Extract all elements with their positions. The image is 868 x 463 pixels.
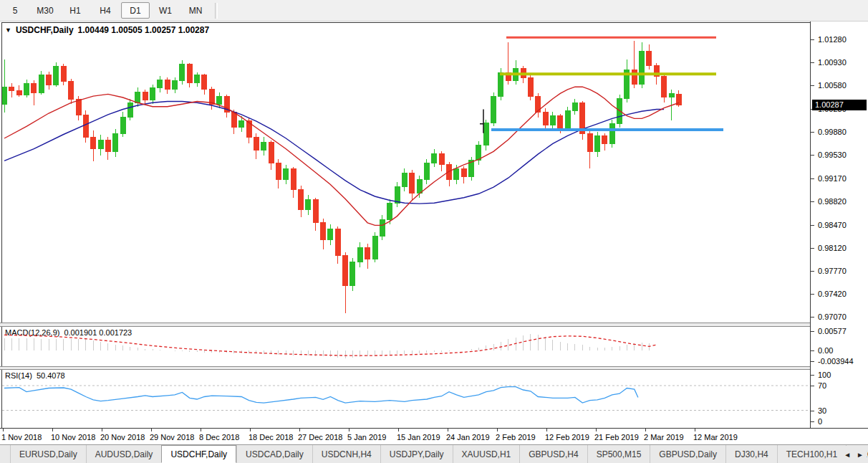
- macd-tick-label: -0.003944: [818, 357, 854, 366]
- date-label: 12 Feb 2019: [545, 433, 589, 441]
- date-label: 24 Jan 2019: [446, 433, 490, 441]
- date-tick: [250, 429, 251, 431]
- chart-tab-usdcnh[interactable]: USDCNH,H4: [312, 445, 380, 463]
- price-tick-label: 0.99530: [818, 151, 847, 159]
- current-price-tag: 1.00287: [812, 100, 867, 110]
- tab-scroll-left-icon[interactable]: ◄: [844, 451, 851, 459]
- date-tick: [299, 429, 300, 431]
- date-tick: [3, 429, 4, 431]
- rsi-tick-label: 30: [818, 406, 826, 415]
- axis-tick: [811, 421, 814, 422]
- date-tick: [596, 429, 597, 431]
- axis-tick: [811, 155, 814, 156]
- splitter-main-macd[interactable]: [0, 323, 868, 327]
- chart-tab-usdcad[interactable]: USDCAD,Daily: [236, 445, 312, 463]
- chart-tab-usdjpy[interactable]: USDJPY,Daily: [380, 445, 453, 463]
- price-tick-label: 0.98120: [818, 244, 847, 252]
- price-tick-label: 0.97070: [818, 312, 847, 321]
- chart-tab-gbpusd[interactable]: GBPUSD,Daily: [650, 445, 725, 463]
- date-label: 20 Nov 2018: [100, 433, 145, 441]
- axis-tick: [811, 317, 814, 318]
- axis-tick: [811, 85, 814, 86]
- date-label: 27 Dec 2018: [298, 433, 342, 441]
- rsi-gridlines: [2, 386, 809, 411]
- chart-tab-tech100[interactable]: TECH100,H1: [777, 445, 846, 463]
- axis-tick: [811, 62, 814, 63]
- macd-tick-label: 0.00577: [818, 327, 847, 335]
- chart-tab-sp500[interactable]: SP500,M15: [587, 445, 650, 463]
- date-label: 18 Dec 2018: [249, 433, 293, 441]
- date-tick: [645, 429, 646, 431]
- axis-tick: [811, 178, 814, 179]
- date-tick: [497, 429, 498, 431]
- tab-scroll-right-icon[interactable]: ►: [857, 451, 864, 459]
- date-tick: [448, 429, 448, 431]
- chart-tab-dj30[interactable]: DJ30,H4: [725, 445, 777, 463]
- rsi-tick-label: 0: [818, 417, 822, 426]
- date-tick: [349, 429, 349, 431]
- price-tick-label: 0.98820: [818, 197, 847, 206]
- date-tick: [151, 429, 152, 431]
- price-tick-label: 0.98470: [818, 221, 847, 229]
- axis-tick: [811, 411, 814, 411]
- rsi-line: [4, 387, 638, 403]
- chart-tab-xauusd[interactable]: XAUUSD,H1: [453, 445, 520, 463]
- date-tick: [52, 429, 53, 431]
- axis-tick: [811, 225, 814, 226]
- date-label: 2 Mar 2019: [644, 433, 684, 441]
- date-label: 2 Feb 2019: [496, 433, 536, 441]
- date-label: 10 Nov 2018: [51, 433, 95, 441]
- chart-tab-bar: EURUSD,DailyAUDUSD,DailyUSDCHF,DailyUSDC…: [0, 444, 868, 463]
- rsi-tick-label: 70: [818, 381, 826, 390]
- price-tick-label: 0.97420: [818, 290, 847, 298]
- axis-tick: [811, 350, 814, 351]
- date-tick: [398, 429, 399, 431]
- axis-tick: [811, 248, 814, 249]
- price-tick-label: 1.01280: [818, 35, 847, 44]
- axis-tick: [811, 39, 814, 40]
- macd-indicator: [4, 334, 657, 358]
- chart-tab-audusd[interactable]: AUDUSD,Daily: [86, 445, 162, 463]
- splitter-macd-rsi[interactable]: [0, 366, 868, 370]
- price-axis: 1.012801.009301.005801.002300.998800.995…: [811, 22, 868, 444]
- date-tick: [201, 429, 201, 431]
- candlestick-series: [2, 41, 682, 313]
- price-tick-label: 1.00580: [818, 81, 847, 90]
- chart-tab-usdchf[interactable]: USDCHF,Daily: [161, 445, 236, 463]
- price-tick-label: 1.00930: [818, 58, 847, 67]
- date-label: 8 Dec 2018: [199, 433, 239, 441]
- chart-canvas[interactable]: [0, 0, 868, 463]
- selected-bar-marker: [480, 110, 483, 133]
- horizontal-object-lines[interactable]: [491, 37, 723, 130]
- date-label: 12 Mar 2019: [693, 433, 738, 441]
- axis-tick: [811, 386, 814, 386]
- price-tick-label: 0.99170: [818, 174, 847, 183]
- axis-tick: [811, 375, 814, 376]
- chart-tab-gbpusd[interactable]: GBPUSD,H4: [519, 445, 587, 463]
- axis-tick: [811, 331, 814, 332]
- tab-scroll-controls: ◄ ►: [841, 446, 867, 463]
- chart-tab-eurusd[interactable]: EURUSD,Daily: [10, 445, 86, 463]
- price-tick-label: 0.97770: [818, 267, 847, 275]
- axis-tick: [811, 294, 814, 295]
- date-axis: 1 Nov 201810 Nov 201820 Nov 201829 Nov 2…: [0, 428, 868, 445]
- date-label: 1 Nov 2018: [1, 433, 42, 441]
- date-label: 15 Jan 2019: [397, 433, 440, 441]
- date-tick: [102, 429, 102, 431]
- date-label: 5 Jan 2019: [347, 433, 386, 441]
- axis-tick: [811, 361, 814, 362]
- axis-tick: [811, 271, 814, 272]
- trading-terminal-window: 5M30H1H4D1W1MN ▼ USDCHF,Daily 1.00449 1.…: [0, 0, 868, 463]
- price-tick-label: 0.99880: [818, 128, 847, 136]
- date-tick: [695, 429, 695, 431]
- axis-tick: [811, 201, 814, 202]
- date-tick: [546, 429, 547, 431]
- date-label: 21 Feb 2019: [594, 433, 639, 441]
- date-label: 29 Nov 2018: [150, 433, 194, 441]
- macd-tick-label: 0.00: [818, 346, 833, 355]
- axis-tick: [811, 132, 814, 133]
- rsi-tick-label: 100: [818, 371, 831, 379]
